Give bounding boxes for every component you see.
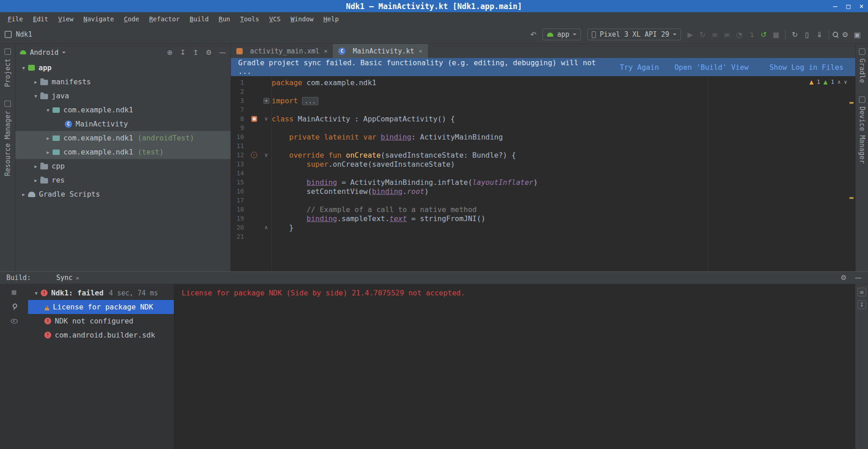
code-line[interactable]: 3+import ... [231,96,855,105]
tree-item-com-example-ndk1-test[interactable]: ▸com.example.ndk1 (test) [15,145,230,159]
debug-icon[interactable]: ж [721,30,733,39]
activity-gutter-icon[interactable] [247,116,261,122]
search-icon[interactable] [832,31,839,38]
toolwindow-button-resource-manager[interactable]: Resource Manager [4,101,12,176]
settings-icon[interactable]: ⚙ [839,30,851,39]
warning-stripe-mark[interactable] [849,102,854,104]
fold-plus-icon[interactable]: + [261,98,272,104]
code-line[interactable]: 20∧ } [231,223,855,232]
run-icon[interactable]: ▶ [684,30,696,39]
apply-changes-icon[interactable]: ↻ [696,30,709,39]
code-line[interactable]: 16 setContentView(binding.root) [231,187,855,196]
caret-right-icon[interactable]: ▸ [43,149,53,155]
minimize-button[interactable]: – [833,2,837,10]
menu-file[interactable]: File [3,15,28,23]
tree-item-gradle-scripts[interactable]: ▸Gradle Scripts [15,187,230,201]
menu-tools[interactable]: Tools [235,15,264,23]
menu-code[interactable]: Code [119,15,144,23]
tab-mainactivity-kt[interactable]: CMainActivity.kt× [333,44,427,58]
device-manager-icon[interactable]: ▯ [801,30,813,39]
menu-vcs[interactable]: VCS [264,15,285,23]
caret-right-icon[interactable]: ▸ [31,79,40,85]
tree-item-res[interactable]: ▸res [15,173,230,187]
next-issue-icon[interactable]: ∨ [844,79,847,85]
stop-icon[interactable]: ■ [770,30,782,39]
menu-build[interactable]: Build [185,15,214,23]
code-line[interactable]: 18 // Example of a call to a native meth… [231,205,855,214]
editor-inspection-widget[interactable]: ▲ 1 ▲ 1 ∧ ∨ [809,78,847,85]
profiler-icon[interactable]: ◔ [733,30,745,39]
caret-down-icon[interactable]: ▾ [19,65,28,71]
fold-open-icon[interactable]: ∨ [261,116,272,122]
menu-navigate[interactable]: Navigate [78,15,119,23]
build-item-ndk-not-configured[interactable]: !NDK not configured [28,314,174,328]
code-line[interactable]: 7 [231,105,855,114]
fold-close-icon[interactable]: ∧ [261,224,272,231]
code-line[interactable]: 8∨class MainActivity : AppCompatActivity… [231,114,855,123]
menu-run[interactable]: Run [214,15,235,23]
toolwindow-button-gradle[interactable]: Gradle [858,48,866,83]
code-line[interactable]: 12↑∨ override fun onCreate(savedInstance… [231,150,855,159]
hide-build-panel-icon[interactable]: — [855,274,862,282]
caret-down-icon[interactable]: ▾ [31,93,40,99]
toolwindow-button-device-manager[interactable]: Device Manager [858,97,866,164]
fold-open-icon[interactable]: ∨ [261,152,272,158]
code-line[interactable]: 9 [231,123,855,132]
menu-window[interactable]: Window [286,15,319,23]
menu-edit[interactable]: Edit [28,15,53,23]
stop-build-icon[interactable]: ■ [11,289,17,295]
collapse-all-icon[interactable]: ↥ [193,48,199,57]
code-line[interactable]: 2 [231,87,855,96]
panel-settings-icon[interactable]: ⚙ [206,48,212,57]
run-configurations-icon[interactable]: ≡ [709,30,721,39]
toolwindow-button-project[interactable]: Project [4,48,12,87]
code-line[interactable]: 11 [231,141,855,150]
override-gutter-icon[interactable]: ↑ [247,152,261,158]
tree-item-app[interactable]: ▾app [15,61,230,75]
build-item-ndk1-failed[interactable]: ▾!Ndk1: failed4 sec, 74 ms [28,286,174,300]
code-line[interactable]: 15 binding = ActivityMainBinding.inflate… [231,178,855,187]
caret-right-icon[interactable]: ▸ [19,191,28,198]
caret-right-icon[interactable]: ▸ [43,135,53,141]
prev-issue-icon[interactable]: ∧ [838,79,841,85]
attach-debugger-icon[interactable]: ↴ [745,30,758,39]
build-settings-icon[interactable]: ⚙ [841,274,847,282]
fold-plus-icon[interactable]: + [264,98,269,104]
tree-item-java[interactable]: ▾java [15,89,230,103]
preview-icon[interactable] [10,318,18,324]
tab-close-icon[interactable]: × [419,48,422,54]
tree-item-com-example-ndk1[interactable]: ▾com.example.ndk1 [15,103,230,117]
scroll-to-end-icon[interactable]: ↧ [858,300,866,309]
close-button[interactable]: × [859,2,863,10]
soft-wrap-icon[interactable]: ≡ [858,288,866,296]
project-view-selector[interactable]: Android [30,48,58,57]
build-item-license-for-package-ndk[interactable]: ▲!License for package NDK [28,300,174,314]
pin-icon[interactable] [11,303,18,310]
code-line[interactable]: 21 [231,232,855,241]
banner-link-try-again[interactable]: Try Again [620,63,659,72]
menu-view[interactable]: View [53,15,78,23]
tab-sync[interactable]: Sync × [56,274,79,282]
run-config-selector[interactable]: app [542,29,581,40]
caret-right-icon[interactable]: ▸ [31,163,40,169]
hide-panel-icon[interactable]: — [219,48,226,57]
caret-down-icon[interactable]: ▾ [43,107,53,113]
tree-item-mainactivity[interactable]: CMainActivity [15,117,230,131]
menu-refactor[interactable]: Refactor [144,15,184,23]
layout-icon[interactable]: ▣ [851,30,863,39]
tab-activity-main-xml[interactable]: activity_main.xml× [231,44,333,58]
caret-down-icon[interactable]: ▾ [32,290,41,296]
tab-close-icon[interactable]: × [324,48,328,54]
banner-link-open-build-view[interactable]: Open 'Build' View [674,63,748,72]
menu-help[interactable]: Help [318,15,344,23]
undo-icon[interactable]: ↶ [527,30,539,39]
build-output[interactable]: License for package NDK (Side by side) 2… [174,284,855,449]
avd-manager-icon[interactable]: ↺ [758,30,770,39]
banner-link-show-log-in-files[interactable]: Show Log in Files [769,63,844,72]
caret-right-icon[interactable]: ▸ [31,177,40,183]
maximize-button[interactable]: □ [846,2,850,10]
code-line[interactable]: 10 private lateinit var binding: Activit… [231,132,855,141]
code-line[interactable]: 19 binding.sampleText.text = stringFromJ… [231,214,855,223]
device-selector[interactable]: Pixel 3 XL API 29 [587,29,681,40]
tab-close-icon[interactable]: × [76,275,79,281]
